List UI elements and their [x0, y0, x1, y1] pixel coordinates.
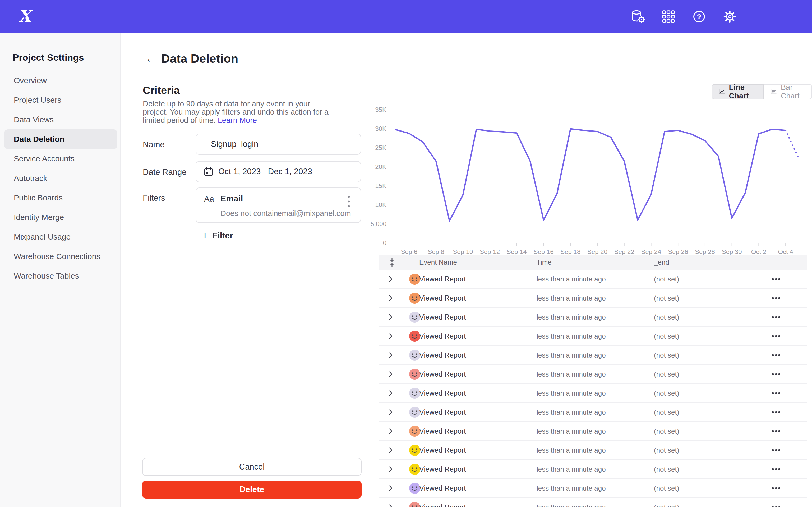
expand-chevron-icon[interactable]: [389, 485, 393, 493]
filter-operator[interactable]: Does not contain: [220, 209, 278, 218]
svg-text:15K: 15K: [375, 182, 387, 189]
row-actions-icon[interactable]: [770, 446, 782, 455]
time-cell: less than a minute ago: [537, 365, 606, 383]
expand-chevron-icon[interactable]: [389, 390, 393, 398]
expand-chevron-icon[interactable]: [389, 428, 393, 436]
settings-gear-icon[interactable]: [722, 9, 738, 24]
expand-chevron-icon[interactable]: [389, 466, 393, 474]
sidebar-item-autotrack[interactable]: Autotrack: [0, 168, 120, 188]
row-actions-icon[interactable]: [770, 389, 782, 398]
table-row[interactable]: Viewed Report less than a minute ago (no…: [379, 403, 807, 422]
apps-grid-icon[interactable]: [661, 9, 676, 24]
expand-chevron-icon[interactable]: [389, 333, 393, 341]
row-actions-icon[interactable]: [770, 351, 782, 360]
time-cell: less than a minute ago: [537, 460, 606, 478]
filter-value[interactable]: email@mixpanel.com: [277, 209, 351, 218]
event-name-cell: Viewed Report: [419, 327, 466, 345]
column-header-event-name[interactable]: Event Name: [419, 255, 457, 270]
row-actions-icon[interactable]: [770, 294, 782, 302]
event-name-cell: Viewed Report: [419, 422, 466, 441]
expand-chevron-icon[interactable]: [389, 295, 393, 302]
svg-text:Sep 28: Sep 28: [695, 248, 715, 256]
help-icon[interactable]: ?: [692, 9, 707, 24]
criteria-heading: Criteria: [143, 84, 180, 96]
column-header-time[interactable]: Time: [537, 255, 552, 270]
row-actions-icon[interactable]: [770, 370, 782, 379]
table-row[interactable]: Viewed Report less than a minute ago (no…: [379, 365, 807, 384]
column-header-end[interactable]: _end: [654, 255, 669, 270]
expand-chevron-icon[interactable]: [389, 276, 393, 284]
add-filter-button[interactable]: + Filter: [202, 231, 233, 240]
plus-icon: +: [202, 232, 208, 240]
table-row[interactable]: Viewed Report less than a minute ago (no…: [379, 384, 807, 403]
time-cell: less than a minute ago: [537, 403, 606, 421]
expand-chevron-icon[interactable]: [389, 371, 393, 379]
expand-chevron-icon[interactable]: [389, 409, 393, 417]
event-name-cell: Viewed Report: [419, 403, 466, 421]
filter-menu-icon[interactable]: [344, 193, 354, 210]
events-table: Event Name Time _end Viewed Report less …: [379, 255, 807, 507]
expand-chevron-icon[interactable]: [389, 352, 393, 360]
date-range-label: Date Range: [143, 167, 186, 177]
expand-chevron-icon[interactable]: [389, 447, 393, 455]
date-range-input[interactable]: Oct 1, 2023 - Dec 1, 2023: [196, 161, 361, 182]
sidebar-item-identity-merge[interactable]: Identity Merge: [0, 208, 120, 227]
table-row[interactable]: Viewed Report less than a minute ago (no…: [379, 479, 807, 498]
calendar-icon: [204, 167, 214, 177]
sidebar-item-project-users[interactable]: Project Users: [0, 90, 120, 110]
expand-chevron-icon[interactable]: [389, 314, 393, 322]
table-row[interactable]: Viewed Report less than a minute ago (no…: [379, 346, 807, 365]
row-actions-icon[interactable]: [770, 503, 782, 507]
sort-icon[interactable]: [388, 258, 396, 269]
end-cell: (not set): [654, 327, 679, 345]
learn-more-link[interactable]: Learn More: [218, 116, 257, 124]
sidebar-item-warehouse-tables[interactable]: Warehouse Tables: [0, 266, 120, 286]
row-actions-icon[interactable]: [770, 484, 782, 493]
svg-text:35K: 35K: [375, 106, 387, 113]
table-row[interactable]: Viewed Report less than a minute ago (no…: [379, 289, 807, 308]
time-cell: less than a minute ago: [537, 270, 606, 288]
mixpanel-logo[interactable]: X: [14, 6, 35, 27]
row-actions-icon[interactable]: [770, 408, 782, 417]
sidebar-item-public-boards[interactable]: Public Boards: [0, 188, 120, 208]
table-row[interactable]: Viewed Report less than a minute ago (no…: [379, 441, 807, 460]
filter-card[interactable]: Aa Email Does not contain email@mixpanel…: [196, 187, 361, 223]
sidebar-item-data-deletion[interactable]: Data Deletion: [4, 129, 117, 149]
time-cell: less than a minute ago: [537, 384, 606, 402]
time-cell: less than a minute ago: [537, 289, 606, 307]
page-title: Data Deletion: [161, 52, 238, 65]
row-actions-icon[interactable]: [770, 313, 782, 322]
sidebar-item-mixpanel-usage[interactable]: Mixpanel Usage: [0, 227, 120, 247]
sidebar-item-data-views[interactable]: Data Views: [0, 110, 120, 129]
expand-chevron-icon[interactable]: [389, 504, 393, 507]
svg-text:Sep 14: Sep 14: [507, 248, 527, 256]
time-cell: less than a minute ago: [537, 498, 606, 507]
sidebar-item-warehouse-connections[interactable]: Warehouse Connections: [0, 247, 120, 266]
table-row[interactable]: Viewed Report less than a minute ago (no…: [379, 422, 807, 441]
row-actions-icon[interactable]: [770, 465, 782, 474]
row-actions-icon[interactable]: [770, 275, 782, 284]
table-row[interactable]: Viewed Report less than a minute ago (no…: [379, 460, 807, 479]
row-actions-icon[interactable]: [770, 427, 782, 436]
cancel-button[interactable]: Cancel: [142, 458, 362, 476]
line-chart-toggle[interactable]: Line Chart: [712, 84, 764, 99]
sidebar-item-service-accounts[interactable]: Service Accounts: [0, 149, 120, 168]
table-row[interactable]: Viewed Report less than a minute ago (no…: [379, 498, 807, 507]
event-name-cell: Viewed Report: [419, 384, 466, 402]
delete-button[interactable]: Delete: [142, 481, 362, 499]
name-input[interactable]: Signup_login: [196, 133, 361, 155]
table-row[interactable]: Viewed Report less than a minute ago (no…: [379, 327, 807, 346]
back-button[interactable]: ←: [144, 51, 159, 65]
svg-text:10K: 10K: [375, 201, 387, 208]
bar-chart-toggle[interactable]: Bar Chart: [764, 84, 812, 99]
data-management-icon[interactable]: [630, 9, 646, 24]
add-filter-label: Filter: [212, 231, 233, 240]
sidebar-title: Project Settings: [13, 52, 84, 63]
svg-text:5,000: 5,000: [370, 220, 387, 227]
table-row[interactable]: Viewed Report less than a minute ago (no…: [379, 308, 807, 327]
row-actions-icon[interactable]: [770, 332, 782, 341]
table-row[interactable]: Viewed Report less than a minute ago (no…: [379, 270, 807, 289]
event-name-cell: Viewed Report: [419, 346, 466, 364]
end-cell: (not set): [654, 270, 679, 288]
sidebar-item-overview[interactable]: Overview: [0, 71, 120, 90]
